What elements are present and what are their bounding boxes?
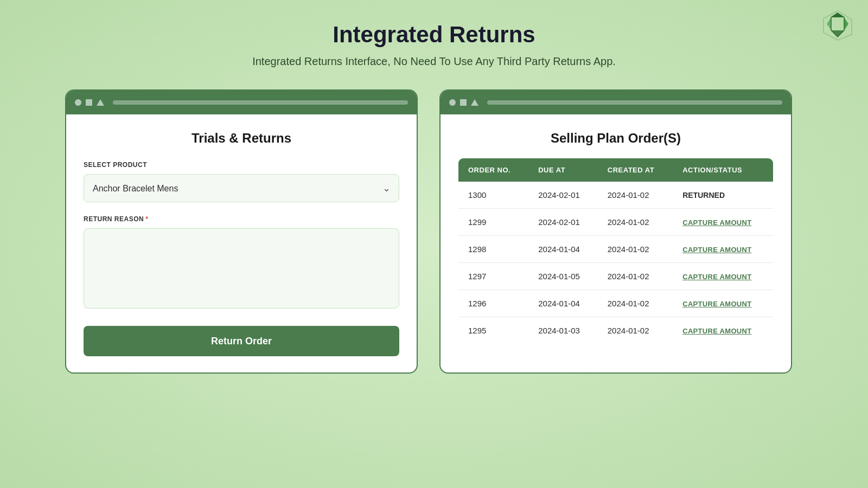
page-subtitle: Integrated Returns Interface, No Need To… — [252, 55, 616, 68]
required-indicator: * — [145, 215, 148, 223]
order-no-cell: 1300 — [458, 182, 529, 209]
action-status-cell: RETURNED — [673, 182, 773, 209]
created-at-cell: 2024-01-02 — [598, 317, 673, 344]
created-at-cell: 2024-01-02 — [598, 263, 673, 290]
table-row: 1299 2024-02-01 2024-01-02 CAPTURE AMOUN… — [458, 209, 774, 236]
titlebar-tri-r — [471, 99, 478, 106]
titlebar-tri — [97, 99, 104, 106]
created-at-cell: 2024-01-02 — [598, 236, 673, 263]
titlebar-bar — [113, 100, 408, 105]
select-label: SELECT PRODUCT — [84, 161, 399, 169]
right-panel-content: Selling Plan Order(S) ORDER NO. DUE AT C… — [441, 114, 791, 361]
action-status-cell: CAPTURE AMOUNT — [673, 263, 773, 290]
left-panel-content: Trials & Returns SELECT PRODUCT Anchor B… — [66, 114, 417, 373]
order-no-cell: 1295 — [458, 317, 529, 344]
return-order-button[interactable]: Return Order — [84, 326, 399, 356]
left-titlebar — [66, 91, 417, 114]
action-status-cell: CAPTURE AMOUNT — [673, 209, 773, 236]
due-at-cell: 2024-02-01 — [528, 182, 598, 209]
titlebar-dot — [75, 99, 81, 106]
table-body: 1300 2024-02-01 2024-01-02 RETURNED 1299… — [458, 182, 774, 344]
table-row: 1297 2024-01-05 2024-01-02 CAPTURE AMOUN… — [458, 263, 774, 290]
due-at-cell: 2024-02-01 — [528, 209, 598, 236]
created-at-cell: 2024-01-02 — [598, 182, 673, 209]
select-product-field: SELECT PRODUCT Anchor Bracelet Mens Silv… — [84, 161, 399, 202]
trials-returns-panel: Trials & Returns SELECT PRODUCT Anchor B… — [65, 89, 418, 374]
product-select[interactable]: Anchor Bracelet Mens Silver Ring Womens … — [84, 174, 399, 202]
table-header: ORDER NO. DUE AT CREATED AT ACTION/STATU… — [458, 158, 774, 182]
titlebar-rect-r — [460, 99, 467, 106]
capture-amount-link[interactable]: CAPTURE AMOUNT — [682, 273, 751, 281]
right-titlebar — [441, 91, 791, 114]
due-at-cell: 2024-01-05 — [528, 263, 598, 290]
titlebar-rect — [86, 99, 92, 106]
table-row: 1296 2024-01-04 2024-01-02 CAPTURE AMOUN… — [458, 290, 774, 317]
due-at-cell: 2024-01-03 — [528, 317, 598, 344]
col-header-action-status: ACTION/STATUS — [673, 158, 773, 182]
action-status-cell: CAPTURE AMOUNT — [673, 317, 773, 344]
action-status-cell: CAPTURE AMOUNT — [673, 290, 773, 317]
page-header: Integrated Returns Integrated Returns In… — [252, 22, 616, 68]
capture-amount-link[interactable]: CAPTURE AMOUNT — [682, 300, 751, 308]
page-title: Integrated Returns — [252, 22, 616, 48]
returned-status: RETURNED — [682, 191, 725, 200]
created-at-cell: 2024-01-02 — [598, 209, 673, 236]
order-no-cell: 1299 — [458, 209, 529, 236]
table-row: 1300 2024-02-01 2024-01-02 RETURNED — [458, 182, 774, 209]
select-wrapper: Anchor Bracelet Mens Silver Ring Womens … — [84, 174, 399, 202]
logo — [820, 9, 855, 46]
panels-container: Trials & Returns SELECT PRODUCT Anchor B… — [65, 89, 803, 374]
selling-plan-panel: Selling Plan Order(S) ORDER NO. DUE AT C… — [439, 89, 792, 374]
table-row: 1298 2024-01-04 2024-01-02 CAPTURE AMOUN… — [458, 236, 774, 263]
capture-amount-link[interactable]: CAPTURE AMOUNT — [682, 327, 751, 335]
due-at-cell: 2024-01-04 — [528, 290, 598, 317]
titlebar-dot-r — [449, 99, 456, 106]
left-panel-title: Trials & Returns — [84, 131, 399, 146]
table-row: 1295 2024-01-03 2024-01-02 CAPTURE AMOUN… — [458, 317, 774, 344]
capture-amount-link[interactable]: CAPTURE AMOUNT — [682, 246, 751, 254]
return-reason-label: RETURN REASON* — [84, 215, 399, 223]
col-header-due-at: DUE AT — [528, 158, 598, 182]
return-reason-field: RETURN REASON* — [84, 215, 399, 326]
right-panel-title: Selling Plan Order(S) — [458, 131, 774, 146]
order-no-cell: 1298 — [458, 236, 529, 263]
orders-table: ORDER NO. DUE AT CREATED AT ACTION/STATU… — [458, 158, 774, 344]
order-no-cell: 1296 — [458, 290, 529, 317]
col-header-order-no: ORDER NO. — [458, 158, 529, 182]
return-reason-textarea[interactable] — [84, 228, 399, 309]
action-status-cell: CAPTURE AMOUNT — [673, 236, 773, 263]
col-header-created-at: CREATED AT — [598, 158, 673, 182]
created-at-cell: 2024-01-02 — [598, 290, 673, 317]
due-at-cell: 2024-01-04 — [528, 236, 598, 263]
table-header-row: ORDER NO. DUE AT CREATED AT ACTION/STATU… — [458, 158, 774, 182]
order-no-cell: 1297 — [458, 263, 529, 290]
titlebar-bar-r — [487, 100, 782, 105]
capture-amount-link[interactable]: CAPTURE AMOUNT — [682, 219, 751, 227]
